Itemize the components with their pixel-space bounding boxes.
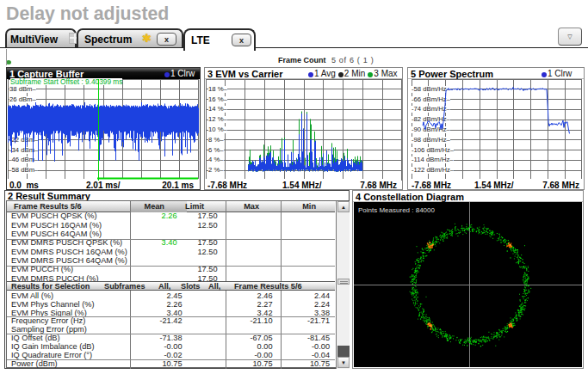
svg-text:Points Measured : 84000: Points Measured : 84000 (358, 206, 435, 214)
